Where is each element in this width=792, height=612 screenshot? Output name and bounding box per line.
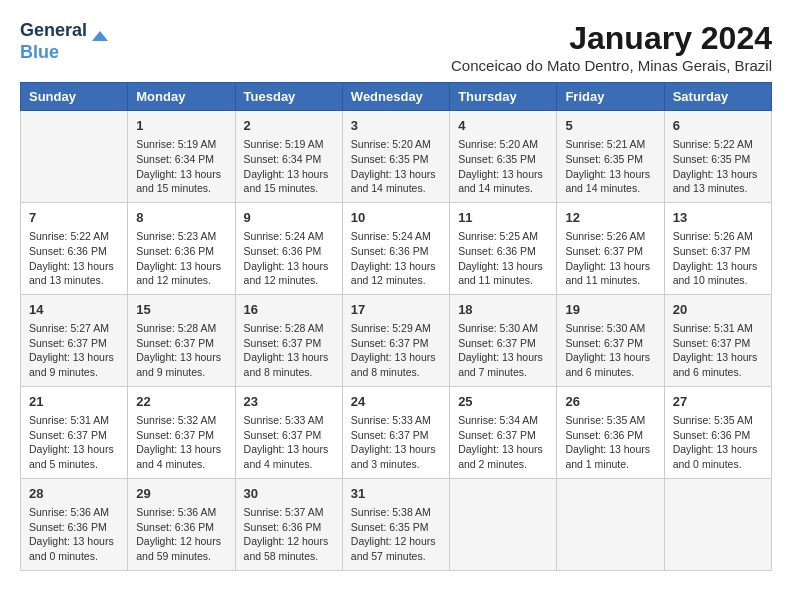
day-content: Sunrise: 5:30 AM Sunset: 6:37 PM Dayligh…	[458, 321, 548, 380]
day-number: 17	[351, 301, 441, 319]
table-row: 4Sunrise: 5:20 AM Sunset: 6:35 PM Daylig…	[450, 111, 557, 203]
table-row	[664, 478, 771, 570]
day-number: 4	[458, 117, 548, 135]
day-content: Sunrise: 5:36 AM Sunset: 6:36 PM Dayligh…	[136, 505, 226, 564]
day-number: 7	[29, 209, 119, 227]
svg-marker-0	[92, 31, 108, 41]
header-monday: Monday	[128, 83, 235, 111]
calendar-week-row: 14Sunrise: 5:27 AM Sunset: 6:37 PM Dayli…	[21, 294, 772, 386]
day-number: 15	[136, 301, 226, 319]
calendar-week-row: 1Sunrise: 5:19 AM Sunset: 6:34 PM Daylig…	[21, 111, 772, 203]
day-number: 25	[458, 393, 548, 411]
day-content: Sunrise: 5:30 AM Sunset: 6:37 PM Dayligh…	[565, 321, 655, 380]
table-row: 28Sunrise: 5:36 AM Sunset: 6:36 PM Dayli…	[21, 478, 128, 570]
table-row: 30Sunrise: 5:37 AM Sunset: 6:36 PM Dayli…	[235, 478, 342, 570]
table-row: 25Sunrise: 5:34 AM Sunset: 6:37 PM Dayli…	[450, 386, 557, 478]
day-content: Sunrise: 5:33 AM Sunset: 6:37 PM Dayligh…	[244, 413, 334, 472]
header-saturday: Saturday	[664, 83, 771, 111]
day-content: Sunrise: 5:25 AM Sunset: 6:36 PM Dayligh…	[458, 229, 548, 288]
table-row: 10Sunrise: 5:24 AM Sunset: 6:36 PM Dayli…	[342, 202, 449, 294]
day-number: 24	[351, 393, 441, 411]
table-row	[450, 478, 557, 570]
table-row: 14Sunrise: 5:27 AM Sunset: 6:37 PM Dayli…	[21, 294, 128, 386]
day-number: 2	[244, 117, 334, 135]
day-number: 19	[565, 301, 655, 319]
day-content: Sunrise: 5:22 AM Sunset: 6:35 PM Dayligh…	[673, 137, 763, 196]
day-content: Sunrise: 5:32 AM Sunset: 6:37 PM Dayligh…	[136, 413, 226, 472]
day-content: Sunrise: 5:37 AM Sunset: 6:36 PM Dayligh…	[244, 505, 334, 564]
day-content: Sunrise: 5:19 AM Sunset: 6:34 PM Dayligh…	[244, 137, 334, 196]
day-content: Sunrise: 5:31 AM Sunset: 6:37 PM Dayligh…	[29, 413, 119, 472]
calendar-week-row: 7Sunrise: 5:22 AM Sunset: 6:36 PM Daylig…	[21, 202, 772, 294]
header-friday: Friday	[557, 83, 664, 111]
table-row: 15Sunrise: 5:28 AM Sunset: 6:37 PM Dayli…	[128, 294, 235, 386]
table-row: 5Sunrise: 5:21 AM Sunset: 6:35 PM Daylig…	[557, 111, 664, 203]
page-container: GeneralBlue January 2024 Conceicao do Ma…	[20, 20, 772, 571]
day-number: 13	[673, 209, 763, 227]
calendar-week-row: 21Sunrise: 5:31 AM Sunset: 6:37 PM Dayli…	[21, 386, 772, 478]
logo-text: GeneralBlue	[20, 20, 87, 63]
day-content: Sunrise: 5:27 AM Sunset: 6:37 PM Dayligh…	[29, 321, 119, 380]
day-content: Sunrise: 5:28 AM Sunset: 6:37 PM Dayligh…	[136, 321, 226, 380]
day-content: Sunrise: 5:31 AM Sunset: 6:37 PM Dayligh…	[673, 321, 763, 380]
day-number: 18	[458, 301, 548, 319]
table-row: 6Sunrise: 5:22 AM Sunset: 6:35 PM Daylig…	[664, 111, 771, 203]
table-row: 3Sunrise: 5:20 AM Sunset: 6:35 PM Daylig…	[342, 111, 449, 203]
calendar-week-row: 28Sunrise: 5:36 AM Sunset: 6:36 PM Dayli…	[21, 478, 772, 570]
main-title: January 2024	[451, 20, 772, 57]
table-row: 19Sunrise: 5:30 AM Sunset: 6:37 PM Dayli…	[557, 294, 664, 386]
table-row: 7Sunrise: 5:22 AM Sunset: 6:36 PM Daylig…	[21, 202, 128, 294]
day-content: Sunrise: 5:28 AM Sunset: 6:37 PM Dayligh…	[244, 321, 334, 380]
day-number: 9	[244, 209, 334, 227]
day-content: Sunrise: 5:33 AM Sunset: 6:37 PM Dayligh…	[351, 413, 441, 472]
table-row: 27Sunrise: 5:35 AM Sunset: 6:36 PM Dayli…	[664, 386, 771, 478]
table-row: 21Sunrise: 5:31 AM Sunset: 6:37 PM Dayli…	[21, 386, 128, 478]
table-row: 22Sunrise: 5:32 AM Sunset: 6:37 PM Dayli…	[128, 386, 235, 478]
day-content: Sunrise: 5:24 AM Sunset: 6:36 PM Dayligh…	[351, 229, 441, 288]
day-number: 30	[244, 485, 334, 503]
table-row: 8Sunrise: 5:23 AM Sunset: 6:36 PM Daylig…	[128, 202, 235, 294]
day-content: Sunrise: 5:20 AM Sunset: 6:35 PM Dayligh…	[351, 137, 441, 196]
day-number: 3	[351, 117, 441, 135]
day-number: 12	[565, 209, 655, 227]
day-number: 14	[29, 301, 119, 319]
day-content: Sunrise: 5:35 AM Sunset: 6:36 PM Dayligh…	[565, 413, 655, 472]
header-tuesday: Tuesday	[235, 83, 342, 111]
day-number: 31	[351, 485, 441, 503]
day-number: 11	[458, 209, 548, 227]
table-row: 26Sunrise: 5:35 AM Sunset: 6:36 PM Dayli…	[557, 386, 664, 478]
header-sunday: Sunday	[21, 83, 128, 111]
day-content: Sunrise: 5:26 AM Sunset: 6:37 PM Dayligh…	[565, 229, 655, 288]
day-number: 28	[29, 485, 119, 503]
table-row	[557, 478, 664, 570]
day-number: 20	[673, 301, 763, 319]
table-row: 11Sunrise: 5:25 AM Sunset: 6:36 PM Dayli…	[450, 202, 557, 294]
table-row: 29Sunrise: 5:36 AM Sunset: 6:36 PM Dayli…	[128, 478, 235, 570]
calendar-table: Sunday Monday Tuesday Wednesday Thursday…	[20, 82, 772, 571]
day-content: Sunrise: 5:20 AM Sunset: 6:35 PM Dayligh…	[458, 137, 548, 196]
day-content: Sunrise: 5:23 AM Sunset: 6:36 PM Dayligh…	[136, 229, 226, 288]
table-row: 23Sunrise: 5:33 AM Sunset: 6:37 PM Dayli…	[235, 386, 342, 478]
table-row	[21, 111, 128, 203]
header-thursday: Thursday	[450, 83, 557, 111]
day-content: Sunrise: 5:22 AM Sunset: 6:36 PM Dayligh…	[29, 229, 119, 288]
day-number: 22	[136, 393, 226, 411]
day-number: 1	[136, 117, 226, 135]
table-row: 1Sunrise: 5:19 AM Sunset: 6:34 PM Daylig…	[128, 111, 235, 203]
logo-icon	[89, 27, 111, 49]
day-number: 16	[244, 301, 334, 319]
day-content: Sunrise: 5:24 AM Sunset: 6:36 PM Dayligh…	[244, 229, 334, 288]
day-number: 8	[136, 209, 226, 227]
day-number: 29	[136, 485, 226, 503]
table-row: 9Sunrise: 5:24 AM Sunset: 6:36 PM Daylig…	[235, 202, 342, 294]
day-content: Sunrise: 5:26 AM Sunset: 6:37 PM Dayligh…	[673, 229, 763, 288]
day-number: 10	[351, 209, 441, 227]
day-number: 6	[673, 117, 763, 135]
header-logo: GeneralBlue	[20, 20, 111, 63]
table-row: 13Sunrise: 5:26 AM Sunset: 6:37 PM Dayli…	[664, 202, 771, 294]
day-number: 21	[29, 393, 119, 411]
day-number: 23	[244, 393, 334, 411]
table-row: 18Sunrise: 5:30 AM Sunset: 6:37 PM Dayli…	[450, 294, 557, 386]
day-number: 26	[565, 393, 655, 411]
day-content: Sunrise: 5:29 AM Sunset: 6:37 PM Dayligh…	[351, 321, 441, 380]
